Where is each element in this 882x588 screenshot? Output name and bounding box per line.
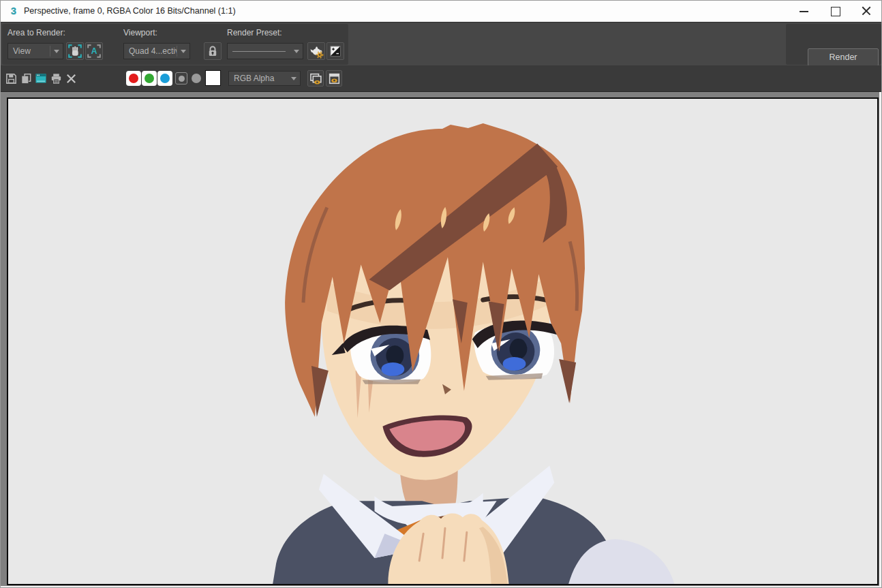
green-channel-button[interactable]: [142, 71, 157, 86]
copy-image-button[interactable]: [19, 72, 33, 85]
clear-image-icon: [65, 72, 78, 85]
chevron-down-icon: [288, 77, 300, 80]
minimize-icon[interactable]: [792, 1, 815, 21]
red-channel-button[interactable]: [126, 71, 141, 86]
toggle-ui-overlays-button[interactable]: [307, 70, 324, 87]
render-controls-toolbar: Area to Render: View A Viewport: Quad 4.…: [1, 22, 881, 65]
chevron-down-icon: [50, 50, 63, 53]
clone-rendered-frame-button[interactable]: [34, 72, 48, 85]
render-setup-teapot-icon: [309, 44, 324, 59]
frame-edge: [879, 92, 881, 588]
print-image-icon: [50, 72, 63, 85]
exposure-control-button[interactable]: [326, 42, 344, 60]
save-image-button[interactable]: [4, 72, 18, 85]
3ds-max-logo-icon: 3: [7, 4, 20, 16]
area-to-render-dropdown[interactable]: View: [7, 43, 63, 59]
save-image-icon: [5, 72, 18, 85]
render-preset-label: Render Preset:: [227, 28, 282, 37]
empty-preset-line: [232, 51, 286, 52]
rendered-anime-character: [8, 99, 877, 584]
viewport-lock-button[interactable]: [204, 42, 222, 60]
red-channel-dot: [129, 74, 138, 83]
chevron-down-icon: [290, 50, 303, 53]
channel-display-value: RGB Alpha: [229, 74, 288, 83]
image-display-toolbar: RGB Alpha: [1, 65, 881, 92]
close-icon[interactable]: [855, 1, 878, 21]
print-image-button[interactable]: [49, 72, 63, 85]
maximize-icon[interactable]: [823, 1, 847, 21]
toggle-ui-icon: [327, 72, 341, 86]
edit-region-button[interactable]: [66, 42, 84, 60]
exposure-control-icon: [329, 44, 342, 58]
area-to-render-value: View: [8, 46, 50, 56]
render-view-frame: [1, 92, 881, 588]
viewport-lock-icon: [206, 44, 219, 58]
auto-region-selected-button[interactable]: A: [85, 42, 103, 60]
channel-display-dropdown[interactable]: RGB Alpha: [228, 71, 301, 86]
svg-text:A: A: [91, 46, 97, 56]
render-setup-button[interactable]: [307, 42, 325, 60]
background-color-swatch[interactable]: [205, 70, 221, 86]
toggle-ui-overlays-icon: [309, 72, 323, 86]
copy-image-icon: [20, 72, 33, 85]
title-bar: 3 Perspective, frame 0, RGBA Color 16 Bi…: [1, 1, 881, 22]
viewport-label: Viewport:: [123, 28, 157, 37]
rendered-frame-window: 3 Perspective, frame 0, RGBA Color 16 Bi…: [0, 0, 882, 588]
monochrome-channel-dot: [179, 76, 185, 82]
chevron-down-icon: [177, 50, 189, 53]
area-to-render-label: Area to Render:: [7, 28, 65, 37]
edit-region-hand-icon: [67, 44, 82, 59]
clear-image-button[interactable]: [64, 72, 78, 85]
auto-region-selected-icon: A: [87, 44, 102, 59]
green-channel-dot: [145, 74, 154, 83]
toggle-ui-button[interactable]: [326, 70, 342, 87]
rendered-image-canvas[interactable]: [7, 97, 879, 585]
viewport-value: Quad 4...ective: [124, 46, 177, 56]
blue-channel-dot: [160, 74, 170, 83]
blue-channel-button[interactable]: [157, 71, 172, 86]
render-preset-dropdown[interactable]: [227, 43, 303, 59]
monochrome-channel-button[interactable]: [175, 72, 187, 84]
viewport-dropdown[interactable]: Quad 4...ective: [123, 43, 190, 59]
alpha-channel-button[interactable]: [192, 74, 201, 83]
clone-rendered-frame-icon: [34, 72, 48, 85]
window-title: Perspective, frame 0, RGBA Color 16 Bits…: [24, 6, 236, 16]
render-button[interactable]: Render: [808, 48, 879, 66]
